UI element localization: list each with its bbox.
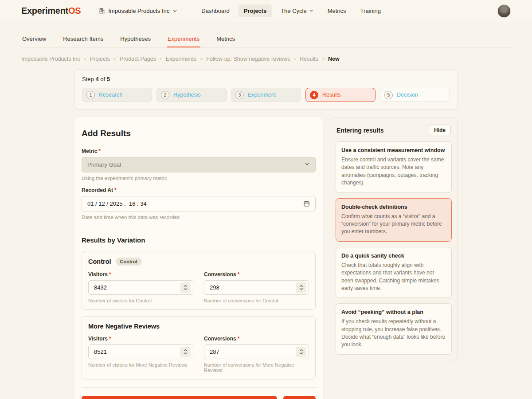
breadcrumb-item[interactable]: Projects	[90, 56, 110, 62]
tip-card-highlighted: Double-check definitions Confirm what co…	[336, 198, 452, 242]
breadcrumb-separator: ›	[322, 56, 324, 62]
step-label: Decision	[397, 92, 418, 98]
step-decision[interactable]: 5 Decision	[380, 88, 450, 102]
visitors-helper-text: Number of visitors for Control	[88, 298, 193, 303]
step-hypothesis[interactable]: 2 Hypothesis	[156, 88, 227, 102]
step-number: 1	[86, 91, 95, 99]
chevron-down-icon	[172, 8, 177, 13]
chevron-down-icon	[309, 8, 313, 14]
step-label: Results	[322, 92, 341, 98]
tab-overview[interactable]: Overview	[21, 33, 47, 47]
breadcrumb-item[interactable]: Product Pages	[120, 56, 156, 62]
variation-name: Control	[88, 258, 111, 265]
breadcrumb-separator: ›	[200, 56, 202, 62]
page-title: Add Results	[82, 129, 316, 138]
nav-item-the-cycle[interactable]: The Cycle	[275, 4, 319, 17]
tab-experiments[interactable]: Experiments	[167, 33, 200, 47]
building-icon	[98, 8, 105, 14]
org-name: Impossible Products Inc	[108, 8, 169, 14]
cancel-button[interactable]: Cancel	[283, 396, 316, 399]
tip-title: Do a quick sanity check	[341, 253, 446, 259]
tip-card: Do a quick sanity check Check that total…	[336, 247, 452, 298]
metric-select: Primary Goal	[82, 157, 316, 172]
top-nav: ExperimentOS Impossible Products Inc Das…	[0, 0, 532, 22]
add-results-form: Add Results Metric* Primary Goal Using t…	[74, 117, 323, 399]
breadcrumb-item[interactable]: Results	[300, 56, 318, 62]
hide-button[interactable]: Hide	[429, 125, 451, 136]
divider	[82, 387, 316, 388]
breadcrumb-item[interactable]: Follow-up: Show negative reviews	[206, 56, 290, 62]
app-logo[interactable]: ExperimentOS	[21, 6, 81, 16]
step-results[interactable]: 4 Results	[305, 88, 376, 102]
chevron-down-icon	[305, 161, 310, 168]
control-visitors-input[interactable]	[94, 284, 152, 291]
tab-research-items[interactable]: Research Items	[62, 33, 104, 47]
save-all-results-button[interactable]: Save All Results	[82, 396, 277, 399]
stepper-buttons[interactable]	[296, 347, 306, 357]
tab-metrics[interactable]: Metrics	[215, 33, 236, 47]
tips-sidebar: Entering results Hide Use a consistent m…	[330, 117, 458, 361]
tip-title: Avoid “peeking” without a plan	[341, 309, 446, 315]
conversions-label: Conversions*	[204, 336, 309, 342]
primary-nav: Dashboard Projects The Cycle Metrics Tra…	[196, 4, 386, 17]
visitors-label: Visitors*	[88, 336, 193, 342]
variation-name: More Negative Reviews	[88, 323, 160, 330]
user-avatar[interactable]	[497, 4, 511, 18]
recorded-at-helper-text: Date and time when this data was recorde…	[82, 215, 316, 220]
project-tabs: Overview Research Items Hypotheses Exper…	[21, 33, 511, 47]
conversions-helper-text: Number of conversions for Control	[204, 298, 309, 303]
logo-accent-text: OS	[68, 6, 81, 16]
nav-item-projects[interactable]: Projects	[239, 4, 272, 17]
conversions-label: Conversions*	[204, 271, 309, 278]
visitors-label: Visitors*	[88, 271, 193, 278]
tip-body: Ensure control and variants cover the sa…	[341, 156, 446, 187]
conversions-inputbox	[204, 280, 309, 295]
variation-card-more-negative-reviews: More Negative Reviews Visitors* Number o…	[82, 316, 316, 379]
tip-title: Double-check definitions	[341, 204, 446, 210]
tip-body: If you check results repeatedly without …	[341, 318, 446, 349]
required-mark: *	[109, 336, 111, 342]
visitors-inputbox	[88, 344, 193, 359]
nav-item-training[interactable]: Training	[355, 4, 386, 17]
breadcrumb: Impossible Products Inc› Projects› Produ…	[21, 56, 511, 62]
variant-visitors-input[interactable]	[94, 348, 152, 355]
metric-label: Metric*	[82, 148, 316, 154]
nav-item-dashboard[interactable]: Dashboard	[196, 4, 235, 17]
step-number: 4	[310, 91, 318, 99]
calendar-icon[interactable]	[303, 200, 310, 207]
recorded-at-input[interactable]	[87, 200, 303, 207]
variant-conversions-input[interactable]	[210, 348, 268, 355]
breadcrumb-item[interactable]: Experiments	[166, 56, 196, 62]
stepper-buttons[interactable]	[180, 347, 191, 357]
step-label: Hypothesis	[173, 92, 201, 98]
required-mark: *	[98, 148, 101, 154]
nav-item-metrics[interactable]: Metrics	[322, 4, 352, 17]
step-research[interactable]: 1 Research	[82, 88, 152, 102]
required-mark: *	[109, 271, 111, 278]
stepper-buttons[interactable]	[296, 282, 306, 293]
step-experiment[interactable]: 3 Experiment	[231, 88, 301, 102]
step-label: Research	[99, 92, 123, 98]
variation-card-control: Control Control Visitors* Number of visi…	[82, 251, 316, 310]
visitors-inputbox	[88, 280, 193, 295]
stepper-buttons[interactable]	[180, 282, 191, 293]
conversions-helper-text: Number of conversions for More Negative …	[204, 362, 309, 373]
control-conversions-input[interactable]	[210, 284, 268, 291]
breadcrumb-separator: ›	[84, 56, 86, 62]
logo-text: Experiment	[21, 6, 68, 16]
breadcrumb-item[interactable]: Impossible Products Inc	[21, 56, 80, 62]
tip-card: Use a consistent measurement window Ensu…	[336, 141, 452, 193]
tab-hypotheses[interactable]: Hypotheses	[119, 33, 152, 47]
nav-item-label: The Cycle	[281, 8, 307, 14]
sidebar-title: Entering results	[336, 127, 384, 134]
org-selector[interactable]: Impossible Products Inc	[98, 8, 177, 14]
divider	[82, 228, 316, 228]
breadcrumb-separator: ›	[160, 56, 162, 62]
tip-body: Confirm what counts as a “visitor” and a…	[341, 213, 446, 236]
visitors-helper-text: Number of visitors for More Negative Rev…	[88, 362, 193, 368]
required-mark: *	[238, 336, 240, 342]
conversions-inputbox	[204, 344, 309, 359]
tip-card: Avoid “peeking” without a plan If you ch…	[336, 303, 452, 355]
step-count: Step 4 of 5	[82, 76, 450, 82]
step-label: Experiment	[248, 92, 276, 98]
